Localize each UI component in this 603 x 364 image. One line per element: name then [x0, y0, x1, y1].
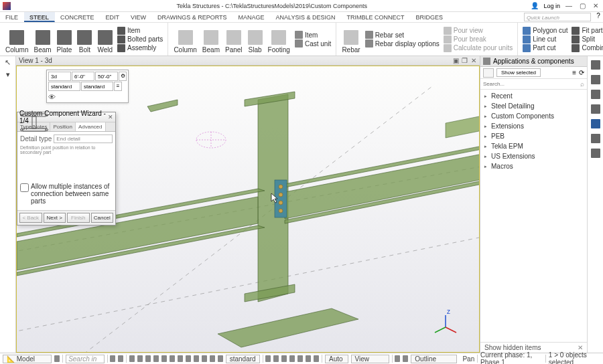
- float-dim2[interactable]: 50'-0": [95, 72, 118, 81]
- wizard-cancel-button[interactable]: Cancel: [91, 213, 114, 223]
- tree-item-custom[interactable]: ▸Custom Components: [480, 111, 587, 121]
- wizard-tab-advanced[interactable]: Advanced: [76, 122, 106, 131]
- login-link[interactable]: Log in: [543, 3, 560, 9]
- status-sel-6[interactable]: [306, 355, 311, 362]
- pointer-icon[interactable]: ↖: [3, 58, 13, 68]
- float-view-name[interactable]: 3d: [48, 72, 71, 81]
- status-snap-12[interactable]: [218, 355, 223, 362]
- float-gear-icon[interactable]: ⚙: [119, 72, 127, 81]
- status-outline[interactable]: Outline planes ▾: [411, 355, 457, 363]
- side-view-grid-icon[interactable]: [483, 68, 494, 78]
- 3d-canvas[interactable]: z 3d 6'-0" 50'-0" ⚙ standard standard ≡ …: [16, 66, 480, 353]
- status-icon-1[interactable]: [54, 355, 60, 362]
- ribbon-item[interactable]: Item: [117, 27, 163, 35]
- ribbon-rebar[interactable]: Rebar: [339, 24, 362, 54]
- side-search-input[interactable]: [483, 81, 580, 87]
- ribbon-rebar-display[interactable]: Rebar display options: [365, 39, 440, 48]
- status-phase[interactable]: Current phase: 1, Phase 1: [480, 351, 543, 364]
- ribbon-column2[interactable]: Column: [171, 24, 199, 54]
- ribbon-cast-unit[interactable]: Cast unit: [295, 39, 331, 48]
- tree-item-steel[interactable]: ▸Steel Detailing: [480, 101, 587, 111]
- status-ico-d[interactable]: [403, 355, 408, 362]
- tab-view[interactable]: VIEW: [125, 12, 152, 22]
- rt-icon-2[interactable]: [591, 75, 600, 84]
- view-settings-float[interactable]: 3d 6'-0" 50'-0" ⚙ standard standard ≡ 👁: [46, 70, 129, 103]
- tab-edit[interactable]: EDIT: [100, 12, 126, 22]
- ribbon-footing[interactable]: Footing: [265, 24, 293, 54]
- status-search-input[interactable]: Search in model: [66, 355, 104, 363]
- side-hidden-close-icon[interactable]: ✕: [578, 344, 583, 351]
- status-sel-3[interactable]: [281, 355, 287, 362]
- ribbon-plate[interactable]: Plate: [54, 24, 75, 54]
- wizard-tab-position[interactable]: Position: [50, 122, 75, 131]
- search-icon[interactable]: ⌕: [580, 80, 584, 88]
- close-icon[interactable]: ✕: [591, 1, 600, 11]
- tree-item-ext[interactable]: ▸Extensions: [480, 121, 587, 131]
- float-dim1[interactable]: 6'-0": [72, 72, 94, 81]
- ribbon-weld[interactable]: Weld: [94, 24, 115, 54]
- ribbon-line-cut[interactable]: Line cut: [523, 35, 567, 43]
- ribbon-beam2[interactable]: Beam: [200, 24, 222, 54]
- status-ico-c[interactable]: [395, 355, 400, 362]
- quick-launch-input[interactable]: Quick Launch: [524, 13, 591, 21]
- ribbon-panel[interactable]: Panel: [222, 24, 245, 54]
- status-standard[interactable]: standard: [226, 355, 260, 363]
- status-snap-7[interactable]: [178, 355, 183, 362]
- help-icon[interactable]: ?: [594, 12, 603, 22]
- rt-icon-1[interactable]: [591, 60, 600, 70]
- tree-item-us[interactable]: ▸US Extensions: [480, 151, 587, 161]
- tab-drawings[interactable]: DRAWINGS & REPORTS: [152, 12, 233, 22]
- tree-item-epm[interactable]: ▸Tekla EPM: [480, 141, 587, 151]
- tab-file[interactable]: FILE: [0, 12, 24, 22]
- status-snap-4[interactable]: [153, 355, 159, 362]
- status-sel-5[interactable]: [297, 355, 303, 362]
- tab-bridges[interactable]: BRIDGES: [411, 12, 450, 22]
- ribbon-part-cut[interactable]: Part cut: [523, 44, 567, 52]
- wizard-detailtype-select[interactable]: End detail: [54, 134, 113, 143]
- ribbon-split[interactable]: Split: [572, 35, 603, 43]
- ribbon-item2[interactable]: Item: [295, 31, 331, 39]
- wizard-next-button[interactable]: Next >: [44, 213, 66, 223]
- tab-manage[interactable]: MANAGE: [233, 12, 271, 22]
- ribbon-rebar-set[interactable]: Rebar set: [365, 31, 440, 39]
- status-snap-2[interactable]: [137, 355, 143, 362]
- status-sel-1[interactable]: [265, 355, 271, 362]
- ribbon-fit-part-end[interactable]: Fit part end: [572, 27, 603, 35]
- status-auto[interactable]: Auto ▾: [325, 355, 348, 363]
- view-close-icon[interactable]: ✕: [470, 57, 477, 64]
- side-refresh-icon[interactable]: ⟳: [579, 69, 584, 76]
- status-sel-2[interactable]: [273, 355, 279, 362]
- tree-item-macros[interactable]: ▸Macros: [480, 161, 587, 171]
- status-sel-7[interactable]: [314, 355, 319, 362]
- ribbon-polygon-cut[interactable]: Polygon cut: [523, 27, 567, 35]
- minimize-icon[interactable]: —: [564, 1, 574, 11]
- user-icon[interactable]: 👤: [530, 1, 539, 11]
- side-show-selected-button[interactable]: Show selected: [496, 68, 541, 77]
- tab-steel[interactable]: STEEL: [24, 12, 55, 22]
- ribbon-slab[interactable]: Slab: [245, 24, 265, 54]
- tab-analysis[interactable]: ANALYSIS & DESIGN: [271, 12, 342, 22]
- wizard-close-icon[interactable]: ✕: [108, 114, 113, 120]
- wizard-allow-multiple-check[interactable]: Allow multiple instances of connection b…: [20, 183, 113, 205]
- chevron-down-icon[interactable]: ▾: [3, 70, 13, 80]
- float-std1[interactable]: standard: [48, 82, 80, 91]
- tree-item-peb[interactable]: ▸PEB: [480, 131, 587, 141]
- status-ico-b[interactable]: [118, 355, 123, 362]
- float-menu-icon[interactable]: ≡: [114, 82, 122, 91]
- status-snap-1[interactable]: [129, 355, 135, 362]
- status-snap-5[interactable]: [161, 355, 167, 362]
- status-viewplane[interactable]: View plane ▾: [351, 355, 389, 363]
- float-std2[interactable]: standard: [81, 82, 113, 91]
- status-ico-a[interactable]: [110, 355, 115, 362]
- float-eye-icon[interactable]: 👁: [48, 92, 127, 101]
- ribbon-assembly[interactable]: Assembly: [117, 44, 163, 52]
- ribbon-beam[interactable]: Beam: [31, 24, 54, 54]
- status-origin[interactable]: 📐 Model origin ▾: [3, 355, 52, 363]
- rt-icon-6[interactable]: [591, 134, 600, 143]
- status-sel-4[interactable]: [289, 355, 295, 362]
- view-max-icon[interactable]: ▣: [452, 57, 460, 64]
- wizard-checkbox[interactable]: [20, 183, 29, 192]
- rt-icon-5-active[interactable]: [591, 119, 600, 128]
- rt-icon-4[interactable]: [591, 104, 600, 114]
- status-snap-9[interactable]: [194, 355, 199, 362]
